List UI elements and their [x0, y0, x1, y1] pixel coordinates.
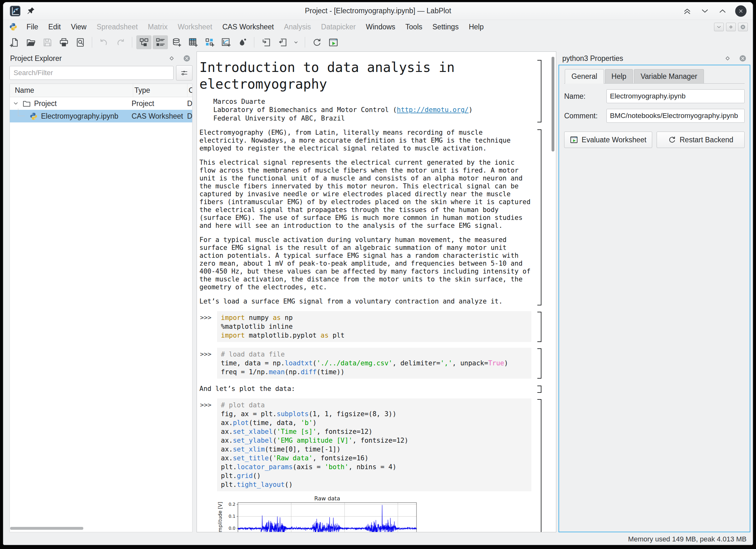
menu-analysis[interactable]: Analysis — [279, 23, 316, 31]
code-token: freq = 1/np. — [221, 368, 269, 376]
filter-options-button[interactable] — [176, 65, 192, 80]
toggle-properties-explorer-button[interactable] — [153, 35, 168, 49]
code-text[interactable]: # load data filetime, data = np.loadtxt(… — [217, 348, 531, 379]
expander-icon[interactable] — [12, 100, 19, 107]
new-spreadsheet-button[interactable] — [186, 35, 201, 49]
tree-header[interactable]: Name Type C — [10, 84, 192, 97]
mdi-close-button[interactable] — [738, 23, 748, 31]
keep-above-button[interactable] — [682, 6, 692, 16]
code-token: ',' — [440, 359, 452, 367]
notebook-vscrollbar-thumb[interactable] — [552, 57, 554, 151]
tab-help[interactable]: Help — [605, 69, 633, 83]
evaluate-worksheet-button[interactable]: Evaluate Worksheet — [564, 132, 652, 148]
mdi-restore-button[interactable] — [726, 23, 736, 31]
tree-row-project[interactable]: ProjectProjectD — [10, 97, 192, 110]
save-project-button[interactable] — [40, 35, 55, 49]
undo-button[interactable] — [96, 35, 111, 49]
svg-text:Raw data: Raw data — [314, 496, 340, 502]
svg-text:0.2: 0.2 — [229, 502, 235, 507]
new-project-button[interactable] — [7, 35, 22, 49]
code-token: (1, 1, figsize=(8, 3)) — [309, 410, 396, 418]
menu-settings[interactable]: Settings — [428, 23, 464, 31]
menu-edit[interactable]: Edit — [43, 23, 66, 31]
menu-worksheet[interactable]: Worksheet — [173, 23, 217, 31]
code-line: plt.locator_params(axis = 'both', nbins … — [221, 463, 528, 471]
project-explorer-hscrollbar[interactable] — [10, 527, 83, 530]
tree-guide — [18, 109, 25, 116]
mdi-minimize-icon — [716, 24, 722, 30]
float-panel-button[interactable] — [723, 54, 732, 63]
import-icon — [261, 38, 271, 47]
code-line: ax.set_xlim(time[0], time[-1]) — [221, 445, 528, 454]
new-workbook-button[interactable] — [169, 35, 184, 49]
code-text[interactable]: # plot datafig, ax = plt.subplots(1, 1, … — [217, 398, 531, 491]
menu-file[interactable]: File — [21, 23, 43, 31]
properties-title: python3 Properties — [562, 54, 717, 63]
code-token: plt — [328, 332, 345, 339]
code-token: (time[0], time[-1]) — [265, 446, 340, 453]
code-line: ax.set_ylabel('EMG amplitude [V]', fonts… — [221, 436, 528, 445]
author-link[interactable]: http://demotu.org/ — [397, 106, 469, 114]
new-worksheet-button[interactable] — [218, 35, 233, 49]
code-token: ( — [273, 428, 277, 435]
import-options-button[interactable] — [291, 35, 301, 49]
evaluate-worksheet-button[interactable] — [326, 35, 341, 49]
code-cell[interactable]: >>>import numpy as np%matplotlib inlinei… — [199, 311, 531, 342]
code-token: , unpack= — [452, 359, 488, 367]
float-panel-button[interactable] — [167, 54, 176, 63]
cell-bracket — [537, 386, 541, 393]
code-token: 'Raw data' — [273, 454, 312, 462]
menu-windows[interactable]: Windows — [361, 23, 400, 31]
cell-bracket — [537, 399, 541, 532]
code-line: # plot data — [221, 401, 528, 410]
name-field[interactable] — [606, 89, 745, 103]
print-preview-button[interactable] — [73, 35, 88, 49]
new-matrix-button[interactable] — [202, 35, 217, 49]
menu-datapicker[interactable]: Datapicker — [316, 23, 361, 31]
code-line: # load data file — [221, 350, 528, 359]
search-input[interactable] — [9, 66, 174, 80]
code-cell[interactable]: >>># load data filetime, data = np.loadt… — [199, 348, 531, 379]
close-panel-button[interactable] — [738, 54, 747, 63]
tree-row-electromyography-ipynb[interactable]: Electromyography.ipynbCAS WorksheetD — [10, 110, 192, 122]
code-token: as — [273, 314, 281, 322]
minimize-button[interactable] — [700, 6, 710, 16]
code-text[interactable]: import numpy as np%matplotlib inlineimpo… — [217, 311, 531, 342]
toggle-project-explorer-button[interactable] — [136, 35, 151, 49]
menu-cas-worksheet[interactable]: CAS Worksheet — [217, 23, 279, 31]
tab-variable-manager[interactable]: Variable Manager — [634, 69, 704, 83]
column-header-created[interactable]: C — [187, 84, 192, 97]
new-datapicker-button[interactable] — [235, 35, 250, 49]
menu-tools[interactable]: Tools — [400, 23, 428, 31]
keep-above-icon — [682, 6, 692, 16]
restart-backend-button[interactable]: Restart Backend — [657, 132, 745, 148]
maximize-button[interactable] — [718, 6, 728, 16]
code-token: tight_layout — [237, 481, 285, 488]
pin-icon[interactable] — [26, 6, 35, 16]
print-button[interactable] — [56, 35, 71, 49]
open-project-button[interactable] — [23, 35, 38, 49]
restart-backend-button[interactable] — [309, 35, 324, 49]
code-token: (np. — [285, 368, 301, 376]
comment-field[interactable] — [606, 109, 745, 123]
restart-backend-icon — [668, 136, 676, 144]
mdi-minimize-button[interactable] — [714, 23, 724, 31]
cas-worksheet[interactable]: Introduction to data analysis in electro… — [197, 52, 556, 532]
menu-matrix[interactable]: Matrix — [143, 23, 173, 31]
code-cell[interactable]: >>># plot datafig, ax = plt.subplots(1, … — [199, 398, 531, 491]
code-token: ax. — [221, 428, 233, 435]
menu-view[interactable]: View — [66, 23, 92, 31]
close-panel-button[interactable] — [182, 54, 191, 63]
menu-spreadsheet[interactable]: Spreadsheet — [92, 23, 143, 31]
float-panel-icon — [724, 55, 731, 62]
redo-button[interactable] — [113, 35, 128, 49]
tab-general[interactable]: General — [565, 69, 604, 84]
close-button[interactable] — [735, 5, 747, 17]
column-header-type[interactable]: Type — [133, 84, 187, 97]
import-button[interactable] — [258, 35, 274, 49]
code-token: ax. — [221, 454, 233, 462]
code-token: 'b' — [301, 419, 313, 427]
menu-help[interactable]: Help — [464, 23, 489, 31]
column-header-name[interactable]: Name — [10, 86, 133, 95]
export-button[interactable] — [275, 35, 290, 49]
